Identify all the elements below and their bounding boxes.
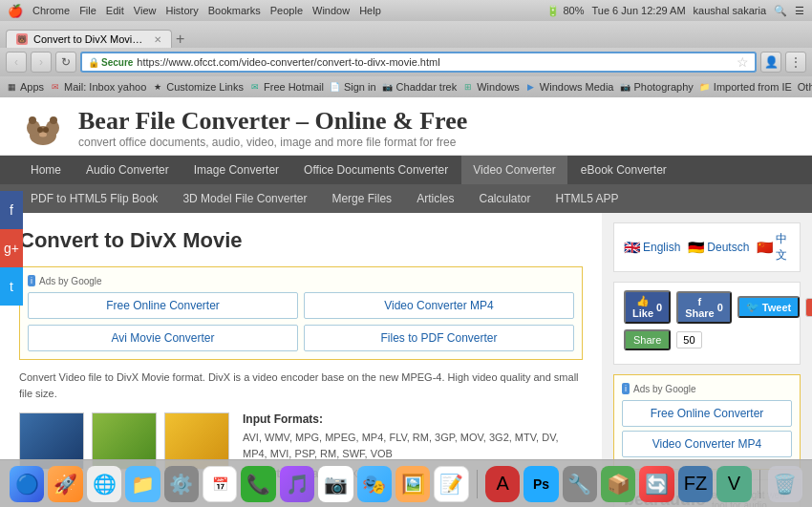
dock-finder[interactable]: 🔵 (10, 466, 44, 502)
gplus-button[interactable]: G+ (805, 298, 812, 317)
nav-calculator[interactable]: Calculator (467, 184, 542, 213)
bookmark-windows[interactable]: ⊞ Windows (462, 81, 520, 93)
new-tab-button[interactable]: + (172, 31, 188, 48)
nav-ebook[interactable]: eBook Converter (569, 156, 678, 184)
site-title-area: Bear File Converter – Online & Free conv… (78, 107, 467, 149)
site-header: Bear File Converter – Online & Free conv… (0, 97, 812, 156)
lang-english[interactable]: 🇬🇧 English (624, 240, 680, 255)
user-account-button[interactable]: 👤 (760, 52, 781, 73)
apple-menu[interactable]: 🍎 (8, 4, 23, 18)
file-menu[interactable]: File (79, 5, 96, 16)
bookmark-other[interactable]: Other Bookmarks (798, 81, 812, 93)
dock-photos[interactable]: 📷 (318, 466, 353, 502)
view-menu[interactable]: View (134, 5, 157, 16)
address-bar[interactable]: 🔒 Secure https://www.ofcct.com/video-con… (80, 52, 757, 73)
tab-close-button[interactable]: ✕ (154, 34, 161, 45)
help-menu[interactable]: Help (359, 5, 381, 16)
people-menu[interactable]: People (270, 5, 303, 16)
language-bar: 🇬🇧 English 🇩🇪 Deutsch 🇨🇳 中文 (613, 222, 801, 272)
customize-icon: ★ (152, 81, 163, 93)
bookmark-star[interactable]: ☆ (737, 54, 749, 70)
bookmark-apps[interactable]: ▦ Apps (6, 81, 44, 93)
tab-favicon: 🐻 (16, 33, 28, 45)
forward-button[interactable]: › (31, 52, 52, 73)
dock-app14[interactable]: 🔧 (563, 466, 597, 502)
input-formats-text: AVI, WMV, MPG, MPEG, MP4, FLV, RM, 3GP, … (243, 430, 583, 461)
nav-video[interactable]: Video Converter (461, 156, 567, 184)
dock-itunes[interactable]: 🎵 (280, 466, 314, 502)
search-icon[interactable]: 🔍 (774, 5, 787, 17)
nav-office[interactable]: Office Documents Converter (292, 156, 459, 184)
dock-files[interactable]: 📁 (125, 466, 160, 502)
googleplus-side-button[interactable]: g+ (0, 229, 23, 267)
dock-calendar[interactable]: 📅 (203, 466, 237, 502)
share-button[interactable]: Share (624, 329, 671, 350)
dock-app16[interactable]: 🔄 (639, 466, 673, 502)
browser-tabs: 🐻 Convert to DivX Movie | Bear... ✕ + (6, 25, 806, 48)
nav-merge[interactable]: Merge Files (320, 184, 403, 213)
nav-3d-model[interactable]: 3D Model File Converter (171, 184, 318, 213)
dock-trash[interactable]: 🗑️ (768, 466, 802, 502)
ad-free-converter[interactable]: Free Online Converter (28, 292, 298, 319)
lang-german[interactable]: 🇩🇪 Deutsch (688, 240, 749, 255)
page-title: Convert to DivX Movie (19, 228, 583, 253)
twitter-side-button[interactable]: t (0, 267, 23, 306)
bookmark-mail[interactable]: ✉ Mail: Inbox yahoo (50, 81, 146, 93)
dock-app12[interactable]: A (485, 466, 520, 502)
ads-box: i Ads by Google Free Online Converter Vi… (19, 266, 583, 360)
menu-button[interactable]: ⋮ (785, 52, 806, 73)
bookmark-photo[interactable]: 📷 Photography (619, 81, 693, 93)
facebook-share-button[interactable]: f Share 0 (676, 291, 732, 324)
bookmark-chaddar[interactable]: 📷 Chaddar trek (382, 81, 458, 93)
edit-menu[interactable]: Edit (106, 5, 124, 16)
nav-audio[interactable]: Audio Converter (75, 156, 181, 184)
history-menu[interactable]: History (165, 5, 198, 16)
facebook-like-button[interactable]: 👍 Like 0 (624, 290, 671, 324)
nav-pdf-flip[interactable]: PDF to HTML5 Flip Book (19, 184, 169, 213)
sidebar-ad-btn-2[interactable]: Video Converter MP4 (622, 431, 792, 457)
dock-app18[interactable]: V (716, 466, 751, 502)
ad-avi-converter[interactable]: Avi Movie Converter (28, 325, 298, 351)
ads-icon: i (28, 275, 35, 286)
nav-home[interactable]: Home (19, 156, 73, 184)
twitter-tweet-button[interactable]: 🐦 Tweet (737, 296, 800, 318)
sidebar-ad-btn-1[interactable]: Free Online Converter (622, 400, 792, 427)
bookmarks-bar: ▦ Apps ✉ Mail: Inbox yahoo ★ Customize L… (0, 76, 812, 97)
chrome-menu[interactable]: Chrome (32, 5, 70, 16)
reload-button[interactable]: ↻ (55, 52, 76, 73)
svg-point-3 (29, 116, 36, 124)
active-tab[interactable]: 🐻 Convert to DivX Movie | Bear... ✕ (6, 30, 172, 48)
dock-chrome[interactable]: 🌐 (87, 466, 121, 502)
dock-preview[interactable]: 🎭 (357, 466, 392, 502)
bookmark-signin[interactable]: 📄 Sign in (330, 81, 376, 93)
nav-image[interactable]: Image Converter (182, 156, 290, 184)
nav-html5[interactable]: HTML5 APP (545, 184, 630, 213)
svg-point-4 (50, 116, 57, 124)
dock-facetime[interactable]: 📞 (241, 466, 275, 502)
bookmark-hotmail[interactable]: ✉ Free Hotmail (249, 81, 324, 93)
lang-chinese[interactable]: 🇨🇳 中文 (757, 231, 790, 264)
dock-app15[interactable]: 📦 (601, 466, 635, 502)
nav-articles[interactable]: Articles (405, 184, 465, 213)
window-menu[interactable]: Window (312, 5, 350, 16)
social-bar: 👍 Like 0 f Share 0 🐦 Tweet G+ 1 Share 50 (613, 282, 801, 365)
dock-launchpad[interactable]: 🚀 (48, 466, 82, 502)
back-button[interactable]: ‹ (6, 52, 27, 73)
dock-settings[interactable]: ⚙️ (164, 466, 199, 502)
ad-files-pdf[interactable]: Files to PDF Converter (304, 325, 574, 351)
bookmarks-menu[interactable]: Bookmarks (208, 5, 261, 16)
bookmark-media[interactable]: ▶ Windows Media (525, 81, 614, 93)
sidebar-ads: i Ads by Google Free Online Converter Vi… (613, 374, 801, 470)
dock-app10[interactable]: 🖼️ (395, 466, 430, 502)
bookmark-customize[interactable]: ★ Customize Links (152, 81, 244, 93)
facebook-side-button[interactable]: f (0, 191, 23, 229)
description-text: Convert Video file to DivX Movie format.… (19, 370, 583, 401)
ad-video-mp4[interactable]: Video Converter MP4 (304, 292, 574, 319)
dock-photoshop[interactable]: Ps (524, 466, 558, 502)
notification-icon[interactable]: ☰ (795, 5, 804, 17)
bookmark-imported[interactable]: 📁 Imported from IE (699, 81, 792, 93)
mail-icon: ✉ (50, 81, 61, 93)
dock-filezilla[interactable]: FZ (678, 466, 713, 502)
dock-textedit[interactable]: 📝 (434, 466, 468, 502)
ads-grid: Free Online Converter Video Converter MP… (28, 292, 574, 351)
